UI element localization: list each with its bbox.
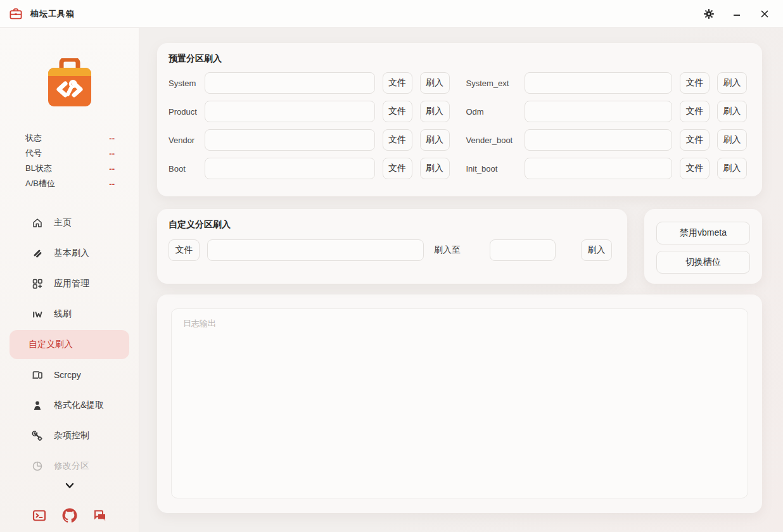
device-status-block: 状态 -- 代号 -- BL状态 -- A/B槽位 --: [25, 130, 115, 191]
flash-button[interactable]: 刷入: [581, 239, 612, 261]
titlebar: 柚坛工具箱: [0, 0, 783, 28]
terminal-icon[interactable]: [32, 508, 47, 523]
flash-button[interactable]: 刷入: [717, 72, 747, 94]
file-button[interactable]: 文件: [383, 129, 412, 151]
wrench-gear-icon: [32, 430, 43, 441]
target-partition-input[interactable]: [490, 239, 556, 261]
disable-vbmeta-button[interactable]: 禁用vbmeta: [656, 222, 750, 244]
custom-partition-section: 自定义分区刷入 文件 刷入至 刷入: [157, 209, 627, 284]
sidebar-item-custom-flash[interactable]: 自定义刷入: [10, 330, 129, 359]
cable-icon: [32, 308, 43, 320]
sidebar-item-basic-flash[interactable]: 基本刷入: [0, 238, 139, 269]
github-icon[interactable]: [62, 508, 77, 523]
sidebar-item-label: Scrcpy: [54, 370, 81, 380]
flash-button[interactable]: 刷入: [717, 129, 747, 151]
preset-section-title: 预置分区刷入: [169, 53, 747, 65]
sidebar-item-label: 修改分区: [54, 460, 89, 472]
file-button[interactable]: 文件: [680, 101, 710, 122]
sidebar-item-label: 自定义刷入: [29, 339, 73, 350]
preset-row-system-ext: System_ext 文件 刷入: [466, 72, 748, 94]
partition-label: System: [169, 79, 205, 88]
log-output-textarea[interactable]: [171, 308, 748, 498]
home-icon: [32, 217, 43, 229]
init-boot-image-input[interactable]: [525, 158, 673, 179]
flash-button[interactable]: 刷入: [420, 129, 450, 151]
sidebar-item-home[interactable]: 主页: [0, 208, 139, 238]
status-label: 状态: [25, 132, 42, 144]
main-content: 预置分区刷入 System 文件 刷入 Product 文件: [139, 28, 783, 532]
flash-button[interactable]: 刷入: [717, 101, 747, 122]
titlebar-controls: [699, 4, 774, 23]
status-row: BL状态 --: [25, 161, 115, 176]
middle-row: 自定义分区刷入 文件 刷入至 刷入 禁用vbmeta 切换槽位: [157, 209, 762, 284]
preset-row-vendor: Vendor 文件 刷入: [169, 129, 450, 151]
flash-button[interactable]: 刷入: [420, 158, 450, 179]
sidebar-item-fastboot-flash[interactable]: 线刷: [0, 299, 139, 329]
sidebar-item-modify-partition[interactable]: 修改分区: [0, 451, 139, 481]
sidebar-item-label: 杂项控制: [54, 430, 89, 441]
flash-button[interactable]: 刷入: [717, 158, 747, 179]
preset-row-system: System 文件 刷入: [169, 72, 450, 94]
flash-brush-icon: [32, 248, 43, 259]
status-row: 代号 --: [25, 146, 115, 161]
sidebar-item-misc-control[interactable]: 杂项控制: [0, 421, 139, 451]
partition-label: Odm: [466, 107, 525, 117]
file-button[interactable]: 文件: [383, 101, 412, 122]
system-ext-image-input[interactable]: [525, 72, 673, 94]
vendor-image-input[interactable]: [205, 129, 375, 151]
sidebar-item-app-management[interactable]: 应用管理: [0, 269, 139, 299]
sidebar: 状态 -- 代号 -- BL状态 -- A/B槽位 --: [0, 28, 139, 532]
gear-icon[interactable]: [699, 4, 718, 23]
custom-flash-row: 文件 刷入至 刷入: [169, 239, 614, 261]
switch-slot-button[interactable]: 切换槽位: [656, 251, 750, 274]
log-output-section: [157, 294, 762, 513]
app-window: 柚坛工具箱: [0, 0, 783, 532]
preset-row-init-boot: Init_boot 文件 刷入: [466, 158, 748, 179]
partition-label: Boot: [169, 164, 205, 174]
custom-section-title: 自定义分区刷入: [169, 219, 614, 231]
chat-icon[interactable]: [92, 508, 108, 523]
file-button[interactable]: 文件: [680, 158, 710, 179]
sidebar-item-format-extract[interactable]: 格式化&提取: [0, 390, 139, 421]
flash-button[interactable]: 刷入: [420, 101, 450, 122]
toolbox-icon: [9, 7, 23, 21]
status-row: 状态 --: [25, 130, 115, 146]
file-button[interactable]: 文件: [680, 72, 710, 94]
file-button[interactable]: 文件: [169, 239, 200, 261]
minimize-icon[interactable]: [727, 4, 746, 23]
close-icon[interactable]: [755, 4, 774, 23]
odm-image-input[interactable]: [525, 101, 673, 122]
preset-row-product: Product 文件 刷入: [169, 101, 450, 122]
file-button[interactable]: 文件: [383, 72, 412, 94]
screen-mirror-icon: [32, 369, 43, 381]
sidebar-item-label: 主页: [54, 217, 72, 229]
titlebar-left: 柚坛工具箱: [9, 7, 75, 21]
partition-label: Init_boot: [466, 164, 525, 174]
sidebar-item-scrcpy[interactable]: Scrcpy: [0, 360, 139, 390]
preset-partition-section: 预置分区刷入 System 文件 刷入 Product 文件: [157, 43, 762, 196]
chevron-down-icon[interactable]: [64, 481, 75, 490]
status-value: --: [109, 134, 115, 143]
app-title: 柚坛工具箱: [30, 8, 75, 20]
custom-file-input[interactable]: [207, 239, 424, 261]
status-label: 代号: [25, 148, 42, 159]
status-value: --: [109, 164, 115, 174]
sidebar-item-label: 格式化&提取: [54, 400, 104, 411]
apps-icon: [32, 278, 43, 289]
sidebar-footer: [0, 508, 139, 527]
vendor-boot-image-input[interactable]: [525, 129, 673, 151]
flash-to-label: 刷入至: [434, 244, 461, 256]
preset-column-left: System 文件 刷入 Product 文件 刷入 Vendor: [169, 72, 450, 186]
product-image-input[interactable]: [205, 101, 375, 122]
preset-row-boot: Boot 文件 刷入: [169, 158, 450, 179]
boot-image-input[interactable]: [205, 158, 375, 179]
flash-button[interactable]: 刷入: [420, 72, 450, 94]
file-button[interactable]: 文件: [680, 129, 710, 151]
sidebar-nav: 主页 基本刷入: [0, 208, 139, 481]
sidebar-item-label: 线刷: [54, 308, 72, 320]
system-image-input[interactable]: [205, 72, 375, 94]
pie-chart-icon: [32, 460, 43, 472]
partition-label: System_ext: [466, 79, 525, 88]
partition-label: Vendor: [169, 136, 205, 145]
file-button[interactable]: 文件: [383, 158, 412, 179]
